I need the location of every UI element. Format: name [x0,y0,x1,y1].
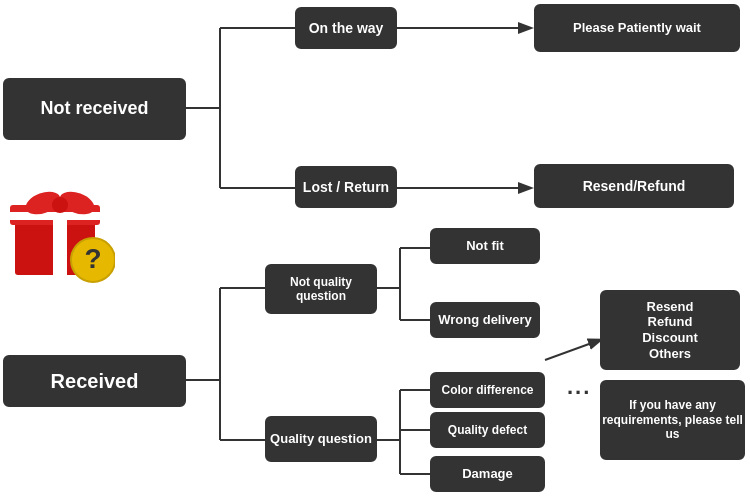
svg-line-19 [545,340,600,360]
received-node: Received [3,355,186,407]
svg-point-26 [52,197,68,213]
not-quality-question-node: Not quality question [265,264,377,314]
diagram: Not received On the way Please Patiently… [0,0,750,500]
wrong-delivery-node: Wrong delivery [430,302,540,338]
not-fit-node: Not fit [430,228,540,264]
svg-rect-22 [53,220,67,275]
not-received-node: Not received [3,78,186,140]
if-requirements-node: If you have any requirements, please tel… [600,380,745,460]
please-wait-node: Please Patiently wait [534,4,740,52]
resend-refund-options-node: Resend Refund Discount Others [600,290,740,370]
on-the-way-node: On the way [295,7,397,49]
lost-return-node: Lost / Return [295,166,397,208]
svg-text:?: ? [84,243,101,274]
damage-node: Damage [430,456,545,492]
quality-defect-node: Quality defect [430,412,545,448]
color-difference-node: Color difference [430,372,545,408]
resend-refund-top-node: Resend/Refund [534,164,734,208]
quality-question-node: Quality question [265,416,377,462]
ellipsis-dots: ··· [567,380,591,406]
gift-box-image: ? [5,175,115,285]
